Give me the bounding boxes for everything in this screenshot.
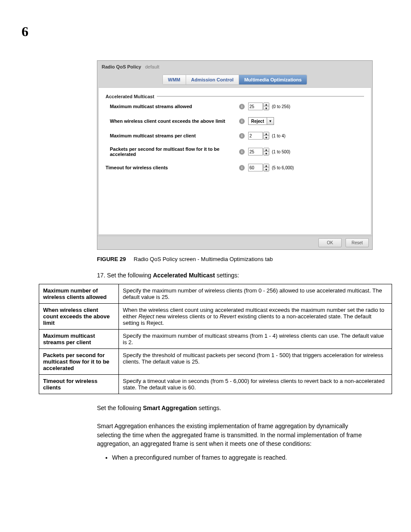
- spinner-down-icon[interactable]: ▼: [264, 168, 269, 171]
- fieldset-label: Accelerated Multicast: [106, 94, 157, 99]
- info-icon[interactable]: i: [239, 104, 245, 109]
- term-cell: Maximum number of wireless clients allow…: [39, 284, 119, 304]
- input-max-streams-allowed[interactable]: [248, 103, 263, 110]
- reset-button[interactable]: Reset: [346, 238, 369, 247]
- tab-admission-control[interactable]: Admission Control: [186, 75, 239, 84]
- spinner-down-icon[interactable]: ▼: [264, 152, 269, 155]
- spinner-up-icon[interactable]: ▲: [264, 103, 269, 106]
- spinner-up-icon[interactable]: ▲: [264, 132, 269, 136]
- desc-cell: Specify the threshold of multicast packe…: [119, 349, 392, 375]
- panel-footer: OK Reset: [97, 236, 372, 249]
- panel-title: Radio QoS Policy: [102, 64, 141, 69]
- spinner-down-icon[interactable]: ▼: [264, 106, 269, 110]
- bullet-list: When a preconfigured number of frames to…: [112, 454, 368, 461]
- spinner-timeout[interactable]: ▲▼: [263, 164, 269, 171]
- form-pane: Accelerated Multicast Maximum multicast …: [98, 87, 371, 235]
- spinner-down-icon[interactable]: ▼: [264, 136, 269, 139]
- table-row: Timeout for wireless clients Specify a t…: [39, 375, 392, 394]
- spinner-max-streams-allowed[interactable]: ▲▼: [263, 103, 269, 110]
- term-cell: Packets per second for multicast flow fo…: [39, 349, 119, 375]
- info-icon[interactable]: i: [239, 133, 245, 139]
- desc-cell: Specify a timeout value in seconds (from…: [119, 375, 392, 394]
- spinner-max-per-client[interactable]: ▲▼: [263, 132, 269, 140]
- term-cell: When wireless client count exceeds the a…: [39, 304, 119, 330]
- select-when-exceeds[interactable]: Reject ▼: [248, 117, 274, 125]
- tabs: WMM Admission Control Multimedia Optimiz…: [162, 75, 307, 85]
- desc-cell: Specify the maximum number of multicast …: [119, 330, 392, 349]
- input-timeout[interactable]: [248, 164, 263, 171]
- table-row: When wireless client count exceeds the a…: [39, 304, 392, 330]
- input-max-per-client[interactable]: [248, 132, 263, 140]
- panel-titlebar: Radio QoS Policy default: [97, 61, 372, 73]
- para-smart-aggregation-body: Smart Aggregation enhances the existing …: [97, 422, 368, 448]
- step-suffix: settings:: [215, 272, 239, 279]
- list-item: When a preconfigured number of frames to…: [112, 454, 368, 461]
- row-max-streams-allowed: Maximum multicast streams allowed i ▲▼ (…: [110, 103, 364, 110]
- select-value: Reject: [249, 119, 267, 124]
- label-max-per-client: Maximum multicast streams per client: [110, 133, 239, 138]
- table-row: Packets per second for multicast flow fo…: [39, 349, 392, 375]
- figure-caption: FIGURE 29 Radio QoS Policy screen - Mult…: [97, 256, 389, 262]
- range-pps: (1 to 500): [272, 149, 290, 154]
- chevron-down-icon[interactable]: ▼: [267, 118, 274, 124]
- info-icon[interactable]: i: [239, 118, 245, 124]
- step-prefix: 17. Set the following: [97, 272, 153, 279]
- step-bold: Accelerated Multicast: [153, 272, 215, 279]
- row-when-exceeds: When wireless client count exceeds the a…: [110, 117, 364, 125]
- label-max-streams-allowed: Maximum multicast streams allowed: [110, 104, 239, 109]
- para-smart-aggregation-intro: Set the following Smart Aggregation sett…: [97, 404, 368, 412]
- range-max-per-client: (1 to 4): [272, 134, 286, 138]
- tab-multimedia-optimizations[interactable]: Multimedia Optimizations: [239, 75, 307, 84]
- label-pps: Packets per second for multicast flow fo…: [110, 146, 244, 157]
- table-row: Maximum number of wireless clients allow…: [39, 284, 392, 304]
- ok-button[interactable]: OK: [318, 238, 342, 247]
- figure-number: FIGURE 29: [97, 256, 126, 262]
- term-cell: Maximum multicast streams per client: [39, 330, 119, 349]
- info-icon[interactable]: i: [239, 149, 245, 155]
- settings-table: Maximum number of wireless clients allow…: [39, 284, 392, 394]
- term-cell: Timeout for wireless clients: [39, 375, 119, 394]
- spinner-up-icon[interactable]: ▲: [264, 148, 269, 152]
- row-pps: Packets per second for multicast flow fo…: [110, 146, 364, 157]
- info-icon[interactable]: i: [239, 165, 245, 171]
- tab-wmm[interactable]: WMM: [163, 75, 186, 84]
- row-timeout: Timeout for wireless clients i ▲▼ (5 to …: [106, 164, 364, 171]
- figure-caption-text: Radio QoS Policy screen - Multimedia Opt…: [134, 256, 273, 262]
- label-timeout: Timeout for wireless clients: [106, 165, 239, 170]
- desc-cell: Specify the maximum number of wireless c…: [119, 284, 392, 304]
- row-max-per-client: Maximum multicast streams per client i ▲…: [110, 132, 364, 140]
- range-max-streams-allowed: (0 to 256): [272, 104, 290, 109]
- page-number: 6: [22, 24, 28, 40]
- policy-name: default: [145, 64, 159, 69]
- label-when-exceeds: When wireless client count exceeds the a…: [110, 118, 239, 124]
- desc-cell: When the wireless client count using acc…: [119, 304, 392, 330]
- spinner-up-icon[interactable]: ▲: [264, 164, 269, 168]
- range-timeout: (5 to 6,000): [272, 165, 294, 170]
- screenshot-panel: Radio QoS Policy default WMM Admission C…: [97, 60, 373, 250]
- table-row: Maximum multicast streams per client Spe…: [39, 330, 392, 349]
- step-17: 17. Set the following Accelerated Multic…: [97, 272, 389, 279]
- input-pps[interactable]: [248, 148, 263, 156]
- spinner-pps[interactable]: ▲▼: [263, 148, 269, 156]
